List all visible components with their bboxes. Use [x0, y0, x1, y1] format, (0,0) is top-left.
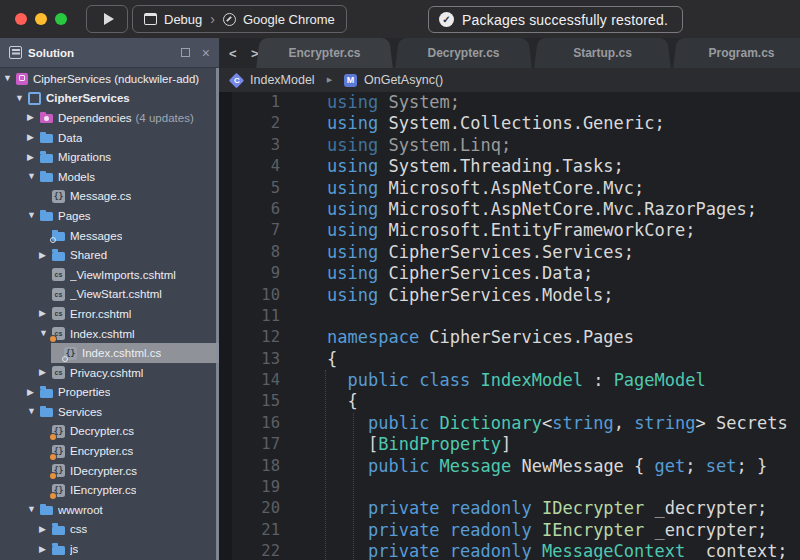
tree-item-idecrypter-cs[interactable]: IDecrypter.cs — [0, 461, 219, 481]
window-close-button[interactable] — [15, 13, 27, 25]
code-line[interactable]: 6using Microsoft.AspNetCore.Mvc.RazorPag… — [219, 199, 800, 220]
run-button[interactable] — [86, 5, 128, 33]
tree-item-viewstart-cshtml[interactable]: _ViewStart.cshtml — [0, 285, 219, 305]
tree-item-message-cs[interactable]: Message.cs — [0, 187, 219, 207]
code-line[interactable]: 16 public Dictionary<string, string> Sec… — [219, 413, 800, 434]
chevron-collapsed-icon[interactable]: ▶ — [27, 388, 40, 397]
code-line[interactable]: 17 [BindProperty] — [219, 434, 800, 455]
tab-decrypter-cs[interactable]: Decrypter.cs — [397, 38, 530, 68]
tree-item-migrations[interactable]: ▶Migrations — [0, 147, 219, 167]
line-number[interactable]: 6 — [232, 199, 280, 220]
line-number[interactable]: 7 — [232, 220, 280, 241]
line-number[interactable]: 1 — [232, 92, 280, 113]
chevron-expanded-icon[interactable]: ▼ — [3, 74, 16, 83]
code-line[interactable]: 12namespace CipherServices.Pages — [219, 327, 800, 348]
chevron-expanded-icon[interactable]: ▼ — [15, 94, 28, 103]
tree-item-models[interactable]: ▼Models — [0, 167, 219, 187]
code-editor[interactable]: 1using System;2using System.Collections.… — [219, 92, 800, 560]
code-line[interactable]: 19 — [219, 477, 800, 498]
window-zoom-button[interactable] — [55, 13, 67, 25]
breadcrumb-type[interactable]: IndexModel — [250, 73, 315, 87]
line-number[interactable]: 16 — [232, 413, 280, 434]
close-pad-icon[interactable]: × — [202, 46, 210, 60]
chevron-expanded-icon[interactable]: ▼ — [27, 211, 40, 220]
code-line[interactable]: 22 private readonly MessageContext _cont… — [219, 541, 800, 560]
tree-item-privacy-cshtml[interactable]: ▶Privacy.cshtml — [0, 363, 219, 383]
tree-item-index-cshtml-cs[interactable]: Index.cshtml.cs — [0, 343, 219, 363]
tree-item-pages[interactable]: ▼Pages — [0, 206, 219, 226]
code-line[interactable]: 10using CipherServices.Models; — [219, 285, 800, 306]
tree-item-wwwroot[interactable]: ▼wwwroot — [0, 500, 219, 520]
tree-item-viewimports-cshtml[interactable]: _ViewImports.cshtml — [0, 265, 219, 285]
chevron-collapsed-icon[interactable]: ▶ — [39, 251, 52, 260]
breakpoint-gutter[interactable] — [219, 92, 232, 560]
line-number[interactable]: 15 — [232, 391, 280, 412]
chevron-collapsed-icon[interactable]: ▶ — [27, 113, 40, 122]
chevron-expanded-icon[interactable]: ▼ — [27, 172, 40, 181]
chevron-expanded-icon[interactable]: ▼ — [27, 407, 40, 416]
chevron-collapsed-icon[interactable]: ▶ — [39, 525, 52, 534]
chevron-expanded-icon[interactable]: ▼ — [27, 505, 40, 514]
tree-item-services[interactable]: ▼Services — [0, 402, 219, 422]
tree-item-messages[interactable]: Messages — [0, 226, 219, 246]
tab-program-cs[interactable]: Program.cs — [675, 38, 800, 68]
chevron-collapsed-icon[interactable]: ▶ — [27, 153, 40, 162]
code-line[interactable]: 2using System.Collections.Generic; — [219, 113, 800, 134]
line-number[interactable]: 8 — [232, 242, 280, 263]
tree-item-css[interactable]: ▶css — [0, 520, 219, 540]
dock-pad-icon[interactable] — [181, 48, 190, 57]
tree-item-data[interactable]: ▶Data — [0, 128, 219, 148]
line-number[interactable]: 18 — [232, 456, 280, 477]
line-number[interactable]: 5 — [232, 178, 280, 199]
line-number[interactable]: 17 — [232, 434, 280, 455]
nav-back-icon[interactable]: < — [229, 38, 237, 68]
tab-startup-cs[interactable]: Startup.cs — [536, 38, 669, 68]
breadcrumb-member[interactable]: OnGetAsync() — [364, 73, 443, 87]
tab-encrypter-cs[interactable]: Encrypter.cs — [258, 38, 391, 68]
line-number[interactable]: 10 — [232, 285, 280, 306]
code-line[interactable]: 11 — [219, 306, 800, 327]
code-line[interactable]: 9using CipherServices.Data; — [219, 263, 800, 284]
code-line[interactable]: 7using Microsoft.EntityFrameworkCore; — [219, 220, 800, 241]
code-line[interactable]: 5using Microsoft.AspNetCore.Mvc; — [219, 178, 800, 199]
chevron-collapsed-icon[interactable]: ▶ — [27, 133, 40, 142]
line-number[interactable]: 14 — [232, 370, 280, 391]
chevron-collapsed-icon[interactable]: ▶ — [39, 368, 52, 377]
line-number[interactable]: 12 — [232, 327, 280, 348]
tree-item-iencrypter-cs[interactable]: IEncrypter.cs — [0, 480, 219, 500]
code-line[interactable]: 20 private readonly IDecrypter _decrypte… — [219, 498, 800, 519]
line-number[interactable]: 9 — [232, 263, 280, 284]
code-line[interactable]: 18 public Message NewMessage { get; set;… — [219, 456, 800, 477]
code-line[interactable]: 14 public class IndexModel : PageModel — [219, 370, 800, 391]
tree-item-shared[interactable]: ▶Shared — [0, 245, 219, 265]
tree-item-dependencies[interactable]: ▶Dependencies(4 updates) — [0, 108, 219, 128]
line-number[interactable]: 19 — [232, 477, 280, 498]
window-minimize-button[interactable] — [35, 13, 47, 25]
code-line[interactable]: 21 private readonly IEncrypter _encrypte… — [219, 520, 800, 541]
code-line[interactable]: 3using System.Linq; — [219, 135, 800, 156]
tree-item-index-cshtml[interactable]: ▼Index.cshtml — [0, 324, 219, 344]
tree-item-cipherservices[interactable]: ▼CipherServices — [0, 89, 219, 109]
code-line[interactable]: 4using System.Threading.Tasks; — [219, 156, 800, 177]
line-number[interactable]: 4 — [232, 156, 280, 177]
tree-item-encrypter-cs[interactable]: Encrypter.cs — [0, 441, 219, 461]
line-number[interactable]: 21 — [232, 520, 280, 541]
code-line[interactable]: 13{ — [219, 349, 800, 370]
run-configuration-selector[interactable]: Debug › Google Chrome — [132, 5, 347, 33]
code-line[interactable]: 8using CipherServices.Services; — [219, 242, 800, 263]
line-number[interactable]: 2 — [232, 113, 280, 134]
tree-item-js[interactable]: ▶js — [0, 539, 219, 559]
line-number[interactable]: 11 — [232, 306, 280, 327]
line-number[interactable]: 22 — [232, 541, 280, 560]
chevron-collapsed-icon[interactable]: ▶ — [39, 309, 52, 318]
line-number[interactable]: 3 — [232, 135, 280, 156]
tree-item-error-cshtml[interactable]: ▶Error.cshtml — [0, 304, 219, 324]
code-line[interactable]: 15 { — [219, 391, 800, 412]
tree-item-properties[interactable]: ▶Properties — [0, 383, 219, 403]
chevron-collapsed-icon[interactable]: ▶ — [39, 545, 52, 554]
code-line[interactable]: 1using System; — [219, 92, 800, 113]
tree-item-decrypter-cs[interactable]: Decrypter.cs — [0, 422, 219, 442]
line-number[interactable]: 20 — [232, 498, 280, 519]
tree-item-cipherservices-nduckwiler-add[interactable]: ▼CipherServices (nduckwiler-add) — [0, 69, 219, 89]
line-number[interactable]: 13 — [232, 349, 280, 370]
